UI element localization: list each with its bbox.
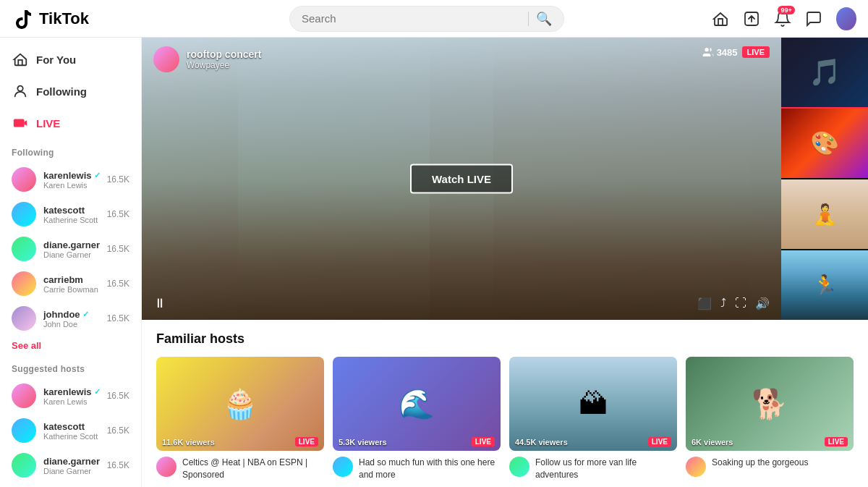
- host-viewers-4: 6K viewers: [692, 438, 733, 446]
- notifications-button[interactable]: 99+: [774, 9, 792, 29]
- watch-live-button[interactable]: Watch LIVE: [410, 164, 513, 194]
- suggested-hosts-title: Suggested hosts: [0, 355, 141, 378]
- following-avatar-1: [12, 167, 36, 192]
- suggested-name-2: Katherine Scott: [43, 432, 100, 441]
- video-controls: ⏸ ⬛ ⤴ ⛶ 🔊: [153, 296, 770, 311]
- live-label: LIVE: [36, 117, 60, 130]
- following-info-5: johndoe ✓ John Doe: [43, 309, 100, 329]
- messages-button[interactable]: [805, 9, 823, 29]
- thumbnail-1[interactable]: 🎵: [781, 38, 868, 107]
- familiar-hosts-heading: Familiar hosts: [156, 331, 854, 347]
- host-avatar-4: [686, 457, 706, 477]
- following-count-1: 16.5K: [107, 174, 129, 185]
- pause-button[interactable]: ⏸: [153, 296, 166, 311]
- svg-rect-2: [14, 119, 25, 127]
- host-avatar-2: [333, 457, 353, 477]
- live-section: rooftop concert Wowpayee 3485 LIVE Wa: [142, 38, 868, 320]
- following-handle-2: katescott: [43, 205, 100, 216]
- host-card-4[interactable]: 🐕 6K viewers LIVE Soaking up the gorgeou…: [686, 357, 854, 481]
- thumbnail-3[interactable]: 🧘: [781, 179, 868, 249]
- following-name-5: John Doe: [43, 320, 100, 329]
- suggested-user-2[interactable]: katescott Katherine Scott 16.5K: [0, 413, 141, 448]
- following-info-4: carriebm Carrie Bowman: [43, 274, 100, 294]
- suggested-handle-1: karenlewis ✓: [43, 386, 100, 397]
- following-user-3[interactable]: diane.garner ✓ Diane Garner 16.5K: [0, 232, 141, 266]
- following-handle-4: carriebm: [43, 274, 100, 285]
- sug-verified-1: ✓: [94, 387, 100, 397]
- avatar-image: [836, 7, 856, 30]
- notification-badge: 99+: [778, 6, 794, 14]
- following-user-4[interactable]: carriebm Carrie Bowman 16.5K: [0, 266, 141, 301]
- volume-button[interactable]: 🔊: [755, 297, 770, 310]
- search-divider: [528, 12, 529, 26]
- streamer-avatar-img: [153, 46, 179, 72]
- header: TikTok 🔍 99+: [0, 0, 868, 38]
- search-icon[interactable]: 🔍: [536, 11, 552, 27]
- for-you-label: For You: [36, 54, 76, 66]
- upload-button[interactable]: [743, 9, 761, 29]
- following-section-title: Following: [0, 139, 141, 162]
- host-card-2[interactable]: 🌊 5.3K viewers LIVE Had so much fun with…: [333, 357, 501, 481]
- sidebar-item-following[interactable]: Following: [0, 75, 141, 107]
- host-thumb-3: 🏔 44.5K viewers LIVE: [509, 357, 677, 451]
- host-info-2: Had so much fun with this one here and m…: [333, 457, 501, 481]
- following-user-1[interactable]: karenlewis ✓ Karen Lewis 16.5K: [0, 162, 141, 197]
- sidebar: For You Following LIVE Following: [0, 38, 142, 487]
- following-handle-5: johndoe ✓: [43, 309, 100, 320]
- suggested-count-1: 16.5K: [107, 391, 129, 401]
- host-viewers-2: 5.3K viewers: [339, 438, 387, 446]
- viewer-count: 3485: [702, 46, 738, 58]
- suggested-avatar-3: [12, 453, 36, 478]
- suggested-handle-3: diane.garner ✓: [43, 456, 100, 467]
- stream-details: rooftop concert Wowpayee: [187, 48, 261, 70]
- home-button[interactable]: [712, 9, 730, 29]
- following-name-3: Diane Garner: [43, 250, 100, 259]
- following-count-4: 16.5K: [107, 279, 129, 289]
- following-handle-1: karenlewis ✓: [43, 170, 100, 181]
- host-info-3: Follow us for more van life adventures: [509, 457, 677, 481]
- host-desc-2: Had so much fun with this one here and m…: [359, 457, 501, 481]
- main-video-player[interactable]: rooftop concert Wowpayee 3485 LIVE Wa: [142, 38, 781, 320]
- viewers-icon: [702, 46, 714, 58]
- host-live-2: LIVE: [472, 437, 495, 446]
- host-thumb-4: 🐕 6K viewers LIVE: [686, 357, 854, 451]
- sidebar-item-live[interactable]: LIVE: [0, 107, 141, 139]
- suggested-user-1[interactable]: karenlewis ✓ Karen Lewis 16.5K: [0, 378, 141, 413]
- suggested-handle-2: katescott: [43, 421, 100, 432]
- host-live-4: LIVE: [825, 437, 848, 446]
- following-user-2[interactable]: katescott Katherine Scott 16.5K: [0, 197, 141, 232]
- see-all-button[interactable]: See all: [0, 336, 141, 355]
- screen-record-button[interactable]: ⬛: [697, 297, 712, 310]
- thumbnail-4[interactable]: 🏃: [781, 250, 868, 320]
- share-button[interactable]: ⤴: [720, 297, 726, 310]
- svg-point-1: [17, 86, 22, 91]
- host-info-4: Soaking up the gorgeous: [686, 457, 854, 477]
- fullscreen-button[interactable]: ⛶: [735, 297, 746, 310]
- search-area: 🔍: [142, 6, 712, 32]
- user-avatar[interactable]: [836, 7, 856, 30]
- following-user-5[interactable]: johndoe ✓ John Doe 16.5K: [0, 301, 141, 336]
- host-avatar-3: [509, 457, 529, 477]
- host-live-1: LIVE: [295, 437, 318, 446]
- host-desc-3: Follow us for more van life adventures: [535, 457, 677, 481]
- suggested-user-3[interactable]: diane.garner ✓ Diane Garner 16.5K: [0, 448, 141, 483]
- host-card-1[interactable]: 🧁 11.6K viewers LIVE Celtics @ Heat | NB…: [156, 357, 324, 481]
- suggested-name-1: Karen Lewis: [43, 397, 100, 406]
- search-bar[interactable]: 🔍: [289, 6, 564, 32]
- suggested-user-4[interactable]: carriebm Carrie Bowman 16.5K: [0, 483, 141, 487]
- host-thumb-2: 🌊 5.3K viewers LIVE: [333, 357, 501, 451]
- host-viewers-3: 44.5K viewers: [515, 438, 568, 446]
- suggested-info-1: karenlewis ✓ Karen Lewis: [43, 386, 100, 406]
- sidebar-item-for-you[interactable]: For You: [0, 43, 141, 75]
- stream-info-overlay: rooftop concert Wowpayee: [153, 46, 261, 72]
- verified-icon-5: ✓: [82, 310, 89, 319]
- following-avatar-2: [12, 202, 36, 226]
- host-desc-1: Celtics @ Heat | NBA on ESPN | Sponsored: [182, 457, 324, 481]
- search-input[interactable]: [302, 12, 521, 25]
- following-count-3: 16.5K: [107, 244, 129, 254]
- stream-thumbnails: 🎵 🎨 🧘 🏃: [781, 38, 868, 320]
- live-nav-icon: [12, 114, 29, 132]
- header-actions: 99+: [712, 7, 856, 30]
- host-card-3[interactable]: 🏔 44.5K viewers LIVE Follow us for more …: [509, 357, 677, 481]
- thumbnail-2[interactable]: 🎨: [781, 109, 868, 178]
